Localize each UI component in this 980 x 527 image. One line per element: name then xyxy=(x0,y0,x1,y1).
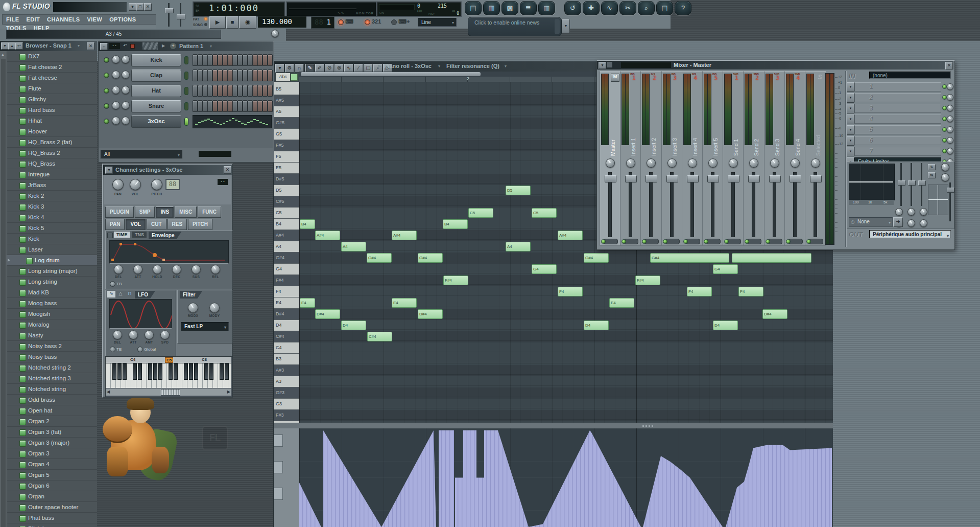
undo-button[interactable]: ↺ xyxy=(564,1,581,15)
fx-slot-menu-icon[interactable]: ▾ xyxy=(847,147,854,156)
piano-key-ds5[interactable]: D#5 xyxy=(274,174,299,185)
target-tab-res[interactable]: RES xyxy=(168,219,187,230)
midi-note-e4[interactable]: E4 xyxy=(300,298,315,308)
tab-misc[interactable]: MISC xyxy=(175,207,197,218)
hold-knob[interactable] xyxy=(153,265,162,274)
browser-item[interactable]: Kick 5 xyxy=(7,223,97,234)
browser-item[interactable]: Organ 5 xyxy=(7,470,97,480)
piano-roll-target-selector[interactable]: Filter resonance (Q) xyxy=(446,63,499,69)
step-cell[interactable] xyxy=(248,100,253,112)
fx-slot-body[interactable]: 1 xyxy=(854,82,941,91)
zoom-button[interactable]: ⌕ xyxy=(638,1,655,15)
channel-enable-led[interactable] xyxy=(104,88,109,94)
black-key[interactable] xyxy=(169,363,173,380)
eq-mini-knob[interactable] xyxy=(907,219,915,227)
eq-band-handle[interactable] xyxy=(918,180,926,186)
maximize-button[interactable]: □ xyxy=(136,3,144,11)
fx-slot-led[interactable] xyxy=(942,106,947,110)
scroll-up-icon[interactable]: ▲ xyxy=(1,53,5,56)
step-cell[interactable] xyxy=(198,54,203,66)
midi-note-fs4[interactable]: F#4 xyxy=(443,276,468,285)
fx-slot-body[interactable]: 5 xyxy=(854,125,941,134)
step-cell[interactable] xyxy=(253,100,258,112)
piano-key-c4[interactable]: C4 xyxy=(274,342,299,354)
lfo-tb-radio[interactable] xyxy=(110,347,115,352)
step-cell[interactable] xyxy=(193,100,198,112)
browser-item[interactable]: Moog bass xyxy=(7,298,97,309)
midi-note-d4[interactable]: D4 xyxy=(713,320,738,330)
step-cell[interactable] xyxy=(257,100,262,112)
midi-note-a4[interactable]: A4 xyxy=(341,242,366,251)
pattern-selector[interactable]: Pattern 1 xyxy=(179,43,203,49)
record-step-icon[interactable] xyxy=(130,44,135,49)
strip-fx-enable[interactable] xyxy=(624,239,638,244)
vol-knob[interactable] xyxy=(130,179,141,190)
step-cell[interactable] xyxy=(232,100,237,112)
step-cell[interactable] xyxy=(207,54,212,66)
step-cell[interactable] xyxy=(212,100,218,112)
step-cell[interactable] xyxy=(237,100,243,112)
tab-time[interactable]: TIME xyxy=(114,232,130,238)
browser-item[interactable]: Notched string 2 xyxy=(7,362,97,373)
black-key[interactable] xyxy=(220,363,224,380)
stereo-sep-icon[interactable]: ⇆ xyxy=(928,172,936,178)
modx-knob[interactable] xyxy=(188,303,198,313)
stop-button[interactable]: ■ xyxy=(226,16,238,29)
browser-item[interactable]: Noisy bass xyxy=(7,352,97,362)
black-key[interactable] xyxy=(158,363,162,380)
step-cell[interactable] xyxy=(198,70,203,81)
step-cell[interactable] xyxy=(223,54,228,66)
keyboard-scroll-handle[interactable] xyxy=(161,389,180,396)
fx-slot-led[interactable] xyxy=(942,117,947,121)
browser-item[interactable]: Nasty xyxy=(7,330,97,341)
channel-mute-led[interactable] xyxy=(184,56,188,64)
strip-mute-led[interactable] xyxy=(806,239,811,244)
piano-key-e4[interactable]: E4 xyxy=(274,297,299,309)
fx-slot-menu-icon[interactable]: ▾ xyxy=(847,82,854,92)
eq-mini-knob[interactable] xyxy=(907,208,915,216)
browser-item[interactable]: Notched string xyxy=(7,384,97,395)
lfo-square-icon[interactable]: ⊓ xyxy=(126,291,134,297)
help-button[interactable]: ? xyxy=(675,1,691,15)
browser-item[interactable]: Organ 6 xyxy=(7,480,97,491)
strip-pan-knob[interactable] xyxy=(791,158,800,168)
midi-note-d4[interactable]: D4 xyxy=(584,320,609,330)
fx-slot-led[interactable] xyxy=(942,84,947,89)
step-cell[interactable] xyxy=(243,85,248,97)
piano-key-fs3[interactable]: F#3 xyxy=(274,410,299,421)
strip-fx-enable[interactable] xyxy=(788,239,803,244)
browser-item[interactable]: Moogish xyxy=(7,309,97,319)
browser-item[interactable]: Odd brass xyxy=(7,395,97,405)
browser-item[interactable]: Mad KB xyxy=(7,287,97,298)
env-tb-radio[interactable] xyxy=(110,281,115,287)
mixer-strip-insert-4[interactable]: INS4Insert 4 xyxy=(682,71,703,246)
step-cell[interactable] xyxy=(228,85,233,97)
piano-key-as3[interactable]: A#3 xyxy=(274,365,299,376)
fx-slot-body[interactable]: 3 xyxy=(854,104,941,113)
fx-slot-led[interactable] xyxy=(942,127,947,132)
channel-button-3xosc[interactable]: 3xOsc xyxy=(131,116,181,128)
midi-note-fs4[interactable]: F#4 xyxy=(635,276,660,285)
channel-enable-led[interactable] xyxy=(104,73,109,78)
strip-fader-handle[interactable] xyxy=(646,175,657,182)
main-pitch-slider[interactable] xyxy=(177,14,185,19)
mixer-strip-send-1[interactable]: SND1Send 1 xyxy=(723,71,744,246)
piano-key-a3[interactable]: A3 xyxy=(274,376,299,387)
step-cell[interactable] xyxy=(207,70,212,81)
strip-pan-knob[interactable] xyxy=(606,158,615,168)
step-cell[interactable] xyxy=(228,70,233,81)
strip-mute-led[interactable] xyxy=(786,239,791,244)
piano-key-as4[interactable]: A#4 xyxy=(274,230,299,241)
channel-settings-close-button[interactable]: ✕ xyxy=(224,166,231,174)
step-cell[interactable] xyxy=(253,54,258,66)
step-cell[interactable] xyxy=(203,54,208,66)
channel-button-snare[interactable]: Snare xyxy=(131,100,181,112)
browser-item[interactable]: Flute xyxy=(7,83,97,94)
mixer-strip-insert-3[interactable]: INS3Insert 3 xyxy=(661,71,683,246)
fx-slot-body[interactable]: 2 xyxy=(854,93,941,102)
step-cell[interactable] xyxy=(268,54,273,66)
channel-volume-knob[interactable] xyxy=(122,117,130,125)
midi-note-b4[interactable]: B4 xyxy=(443,219,468,229)
midi-note-cs4[interactable]: C#4 xyxy=(367,332,392,341)
stamp-tool[interactable]: Abc xyxy=(275,73,291,82)
